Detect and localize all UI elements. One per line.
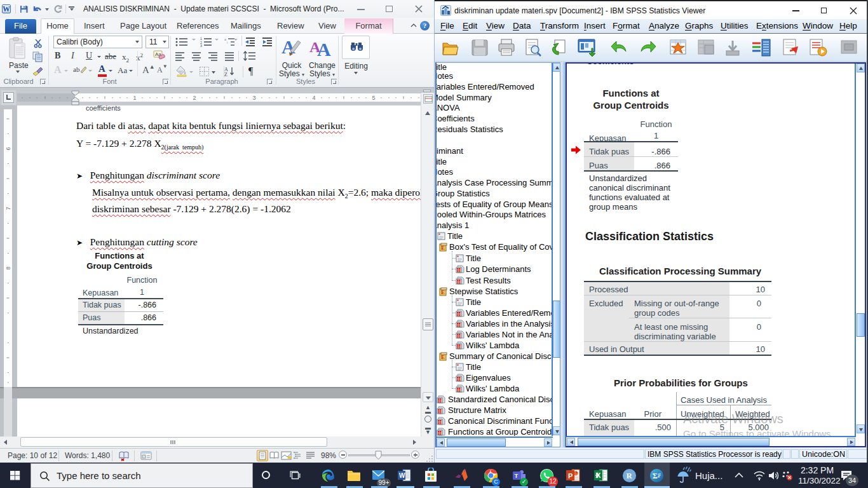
svg-text:8: 8 <box>5 266 11 269</box>
svg-text:5: 5 <box>372 95 375 101</box>
svg-text:i: i <box>227 41 227 44</box>
svg-text:ab: ab <box>73 65 80 73</box>
svg-text:X: X <box>596 471 601 479</box>
svg-text:W: W <box>399 472 405 479</box>
svg-text:3: 3 <box>200 44 202 47</box>
svg-text:3: 3 <box>252 95 255 101</box>
svg-text:R: R <box>627 471 633 480</box>
svg-text:α: α <box>658 471 660 477</box>
svg-text:2: 2 <box>193 95 196 101</box>
svg-text:T: T <box>515 472 519 479</box>
svg-text:E: E <box>441 289 445 295</box>
svg-text:Z: Z <box>224 72 227 77</box>
svg-text:E: E <box>441 354 445 360</box>
svg-text:A: A <box>317 39 331 60</box>
svg-text:Σ: Σ <box>653 471 658 480</box>
svg-text:P: P <box>568 472 573 480</box>
svg-text:4: 4 <box>312 95 315 101</box>
svg-text:1: 1 <box>133 95 136 101</box>
svg-text:7: 7 <box>5 207 11 210</box>
svg-text:6: 6 <box>5 147 11 150</box>
svg-text:E: E <box>441 245 445 251</box>
